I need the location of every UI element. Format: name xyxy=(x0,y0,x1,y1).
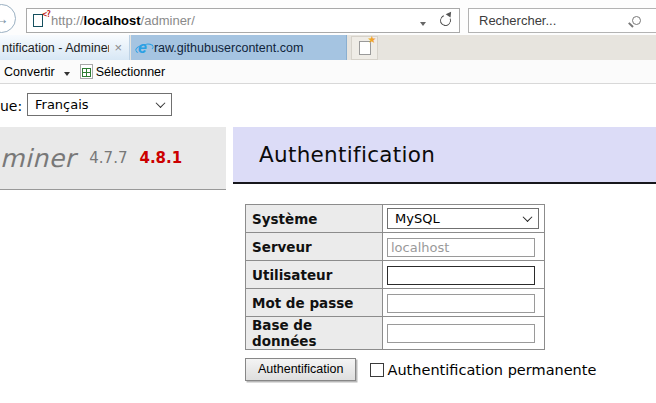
language-select-value: Français xyxy=(35,97,89,112)
search-placeholder: Rechercher... xyxy=(479,13,632,28)
chevron-down-icon xyxy=(523,212,533,222)
url-path: /adminer/ xyxy=(141,13,195,28)
chevron-down-icon xyxy=(156,98,166,108)
table-row: Base de données xyxy=(246,317,545,350)
forward-icon: → xyxy=(0,10,9,27)
username-label: Utilisateur xyxy=(246,261,383,289)
ie-logo-icon: e xyxy=(138,40,147,56)
password-label: Mot de passe xyxy=(246,289,383,317)
convertir-button[interactable]: Convertir xyxy=(0,65,55,79)
address-band: → <? http://localhost/adminer/ Recherche… xyxy=(0,0,656,35)
system-select-value: MySQL xyxy=(395,211,440,226)
close-tab-icon[interactable]: × xyxy=(109,40,129,55)
refresh-icon[interactable] xyxy=(438,13,453,28)
tab-adminer-label: ntification - Adminer xyxy=(2,41,109,55)
server-input[interactable] xyxy=(387,238,535,257)
page-title: Authentification xyxy=(233,142,435,167)
search-box[interactable]: Rechercher... xyxy=(468,8,656,33)
tab-bar: ntification - Adminer × e raw.githubuser… xyxy=(0,35,656,60)
url-host: localhost xyxy=(84,13,141,28)
username-input[interactable] xyxy=(387,266,535,285)
adminer-logo: miner xyxy=(0,144,75,173)
new-tab-button[interactable]: ★ xyxy=(351,36,378,60)
forward-button[interactable]: → xyxy=(0,4,16,33)
table-row: Utilisateur xyxy=(246,261,545,289)
language-select[interactable]: Français xyxy=(27,93,172,116)
tab-adminer[interactable]: ntification - Adminer × xyxy=(0,35,130,60)
language-label: ue: xyxy=(0,98,22,114)
address-bar[interactable]: <? http://localhost/adminer/ xyxy=(26,8,460,33)
submit-row: Authentification Authentification perman… xyxy=(245,358,596,381)
system-label: Système xyxy=(246,205,383,233)
search-icon[interactable] xyxy=(632,16,641,25)
database-input[interactable] xyxy=(387,324,535,343)
table-row: Serveur xyxy=(246,233,545,261)
tab-github-label: raw.githubusercontent.com xyxy=(154,41,303,55)
page-icon: <? xyxy=(33,14,43,27)
version-current: 4.7.7 xyxy=(89,149,127,167)
browser-window: → <? http://localhost/adminer/ Recherche… xyxy=(0,0,656,403)
new-tab-star-icon: ★ xyxy=(368,35,377,45)
select-grid-icon xyxy=(80,64,93,79)
command-bar: Convertir Sélectionner xyxy=(0,60,656,84)
page-icon-marks: <? xyxy=(42,10,50,19)
convertir-dropdown-icon[interactable] xyxy=(64,65,70,79)
server-label: Serveur xyxy=(246,233,383,261)
page-heading-band: Authentification xyxy=(233,127,656,184)
new-tab-page-icon: ★ xyxy=(359,41,371,55)
table-row: Système MySQL xyxy=(246,205,545,233)
url-dropdown-icon[interactable] xyxy=(420,12,426,30)
permanent-label: Authentification permanente xyxy=(387,362,596,378)
login-form-table: Système MySQL Serveur Utilisateur Mot de… xyxy=(245,204,545,350)
password-input[interactable] xyxy=(387,294,535,313)
adminer-logo-panel: miner 4.7.7 4.8.1 xyxy=(0,127,226,190)
url-scheme: http:// xyxy=(51,13,84,28)
login-button[interactable]: Authentification xyxy=(245,358,356,381)
tab-githubusercontent[interactable]: e raw.githubusercontent.com xyxy=(131,35,347,60)
selectionner-button[interactable]: Sélectionner xyxy=(96,65,166,79)
system-select[interactable]: MySQL xyxy=(387,208,539,229)
permanent-checkbox[interactable] xyxy=(370,363,384,377)
table-row: Mot de passe xyxy=(246,289,545,317)
url-text[interactable]: http://localhost/adminer/ xyxy=(51,13,420,28)
version-new-link[interactable]: 4.8.1 xyxy=(139,149,182,167)
page-content: ue: Français miner 4.7.7 4.8.1 Authentif… xyxy=(0,85,656,403)
database-label: Base de données xyxy=(246,317,383,350)
